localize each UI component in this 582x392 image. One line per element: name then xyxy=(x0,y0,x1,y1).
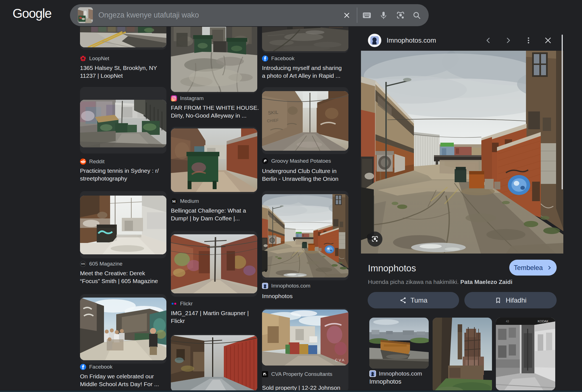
svg-text:M: M xyxy=(172,199,176,203)
svg-text:605: 605 xyxy=(81,262,85,265)
svg-text:SKIL: SKIL xyxy=(268,109,278,116)
svg-text:KODAK: KODAK xyxy=(538,320,549,323)
svg-text:C V A: C V A xyxy=(335,358,345,362)
svg-text:43: 43 xyxy=(506,320,509,323)
svg-text:CHIEF: CHIEF xyxy=(267,118,279,123)
